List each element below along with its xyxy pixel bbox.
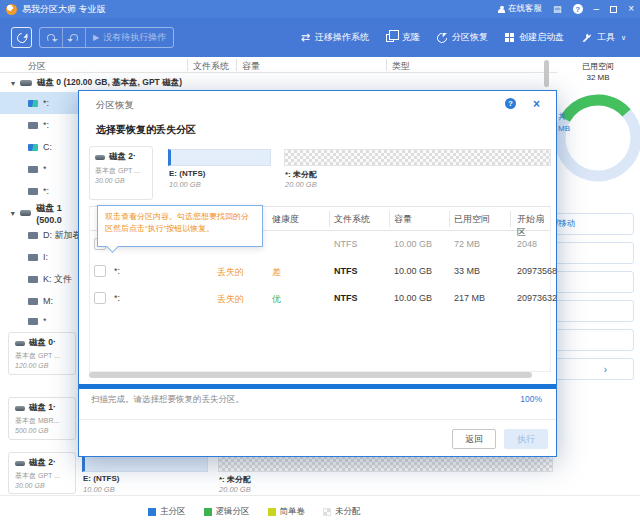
legend-unallocated: 未分配: [323, 506, 361, 518]
used-space-donut: [545, 88, 640, 188]
dialog-close-icon[interactable]: ×: [533, 97, 540, 111]
partition-block-e[interactable]: [82, 455, 208, 472]
dialog-subtitle: 选择要恢复的丢失分区: [96, 123, 196, 137]
tree-expand-icon[interactable]: ▾: [6, 79, 20, 88]
maximize-button[interactable]: [610, 6, 617, 13]
partition-icon: [28, 276, 38, 283]
clone-icon: [386, 34, 394, 42]
action-button[interactable]: [545, 300, 634, 322]
undo-button[interactable]: [40, 28, 63, 47]
dialog-header: 分区恢复 ? ×: [79, 91, 556, 117]
column-divider: [386, 59, 387, 71]
partition-recovery-icon: [435, 30, 449, 44]
chevron-down-icon: ∨: [621, 34, 626, 42]
disk-card-1[interactable]: 磁盘 1· 基本盘 MBR... 500.00 GB: [8, 397, 76, 440]
online-support-button[interactable]: 在线客服: [498, 3, 542, 15]
online-support-label: 在线客服: [508, 3, 542, 15]
refresh-button[interactable]: [11, 27, 32, 48]
undo-icon: [47, 34, 55, 42]
tree-item-partition[interactable]: *:: [0, 92, 88, 114]
partition-icon: [28, 144, 38, 151]
partition-icon: [28, 298, 38, 305]
tree-item-partition[interactable]: *:: [0, 180, 88, 202]
action-button[interactable]: [545, 242, 634, 264]
tree-item-partition[interactable]: M:: [0, 290, 88, 312]
scan-status-text: 扫描完成。请选择想要恢复的丢失分区。: [91, 394, 244, 406]
tree-item-partition[interactable]: *: [0, 158, 88, 180]
tree-expand-icon[interactable]: ▾: [6, 209, 20, 218]
donut-center-text: 共 MB: [558, 111, 570, 135]
action-button-resize-move[interactable]: /移动: [545, 213, 634, 235]
app-title: 易我分区大师 专业版: [22, 3, 106, 16]
pending-label: 没有待执行操作: [103, 31, 166, 44]
dialog-help-icon[interactable]: ?: [505, 98, 516, 109]
partition-icon: [28, 318, 38, 325]
table-horizontal-scrollbar[interactable]: [89, 372, 541, 378]
tree-item-partition[interactable]: K: 文件: [0, 268, 88, 290]
col-filesystem[interactable]: 文件系统: [193, 60, 229, 73]
partition-recovery-button[interactable]: 分区恢复: [437, 31, 488, 44]
partition-block-unallocated[interactable]: [218, 455, 553, 472]
legend-logical: 逻辑分区: [204, 506, 250, 518]
clone-button[interactable]: 克隆: [386, 31, 420, 44]
tree-item-partition[interactable]: D: 新加卷: [0, 224, 88, 246]
col-partition[interactable]: 分区: [28, 60, 46, 73]
col-health: 健康度: [272, 213, 299, 226]
execute-button[interactable]: 执行: [504, 429, 548, 449]
action-button-more[interactable]: ›: [545, 358, 634, 380]
row-checkbox[interactable]: [94, 265, 106, 277]
tree-item-disk1[interactable]: ▾磁盘 1 (500.0: [0, 202, 88, 224]
dialog-partition-block-e[interactable]: [168, 149, 271, 166]
tools-button[interactable]: 工具 ∨: [581, 31, 626, 44]
instruction-tooltip: 双击查看分区内容。勾选您想要找回的分区然后点击“执行”按钮以恢复。: [97, 205, 263, 247]
simple-color-icon: [268, 508, 276, 516]
wrench-icon: [581, 32, 592, 43]
boot-disk-icon: [505, 33, 514, 42]
create-boot-disk-button[interactable]: 创建启动盘: [505, 31, 564, 44]
redo-icon: [70, 34, 78, 42]
tree-item-partition[interactable]: I:: [0, 246, 88, 268]
legend-bar: 主分区 逻辑分区 简单卷 未分配: [0, 495, 640, 527]
col-capacity[interactable]: 容量: [242, 60, 260, 73]
disk-card-0[interactable]: 磁盘 0· 基本盘 GPT ... 120.00 GB: [8, 332, 76, 375]
partition-icon: [28, 254, 38, 261]
action-button[interactable]: [545, 329, 634, 351]
row-checkbox[interactable]: [94, 292, 106, 304]
primary-color-icon: [148, 508, 156, 516]
action-button[interactable]: [545, 271, 634, 293]
chevron-right-icon: ›: [604, 364, 607, 375]
pending-operations-group: ▶ 没有待执行操作: [39, 27, 174, 48]
execute-pending-button[interactable]: ▶ 没有待执行操作: [86, 28, 173, 47]
refresh-icon: [14, 30, 28, 44]
legend-simple: 简单卷: [268, 506, 306, 518]
tree-item-partition[interactable]: *:: [0, 114, 88, 136]
disk-icon: [95, 155, 105, 160]
column-divider: [389, 211, 390, 227]
footer-divider: [79, 419, 556, 420]
column-divider: [236, 59, 237, 71]
close-button[interactable]: ×: [628, 4, 634, 14]
dialog-disk-section: 磁盘 2· 基本盘 GPT ... 30.00 GB E: (NTFS) 10.…: [89, 146, 551, 202]
col-type[interactable]: 类型: [392, 60, 410, 73]
disk-card-2[interactable]: 磁盘 2· 基本盘 GPT ... 30.00 GB: [8, 452, 76, 494]
dialog-partition-block-unallocated[interactable]: [284, 149, 551, 166]
menu-grid-icon[interactable]: ▤: [553, 5, 562, 14]
help-icon[interactable]: ?: [573, 4, 583, 14]
table-row[interactable]: *: 丢失的 优 NTFS 10.00 GB 217 MB 20973632: [90, 285, 550, 312]
redo-button[interactable]: [63, 28, 86, 47]
column-divider: [510, 211, 511, 227]
app-logo-icon: [6, 4, 17, 15]
tree-item-partition[interactable]: *: [0, 312, 88, 330]
minimize-button[interactable]: –: [594, 4, 600, 14]
boot-disk-label: 创建启动盘: [519, 31, 564, 44]
tools-label: 工具: [597, 31, 615, 44]
partition-icon: [28, 166, 38, 173]
table-row[interactable]: *: 丢失的 差 NTFS 10.00 GB 33 MB 20973568: [90, 258, 550, 285]
partition-recovery-dialog: 分区恢复 ? × 选择要恢复的丢失分区 磁盘 2· 基本盘 GPT ... 30…: [78, 90, 557, 457]
disk-icon: [15, 406, 25, 411]
legend-primary: 主分区: [148, 506, 186, 518]
disk-icon: [15, 341, 25, 346]
migrate-os-button[interactable]: ⇄ 迁移操作系统: [301, 31, 369, 44]
back-button[interactable]: 返回: [452, 429, 496, 449]
tree-item-partition[interactable]: C:: [0, 136, 88, 158]
